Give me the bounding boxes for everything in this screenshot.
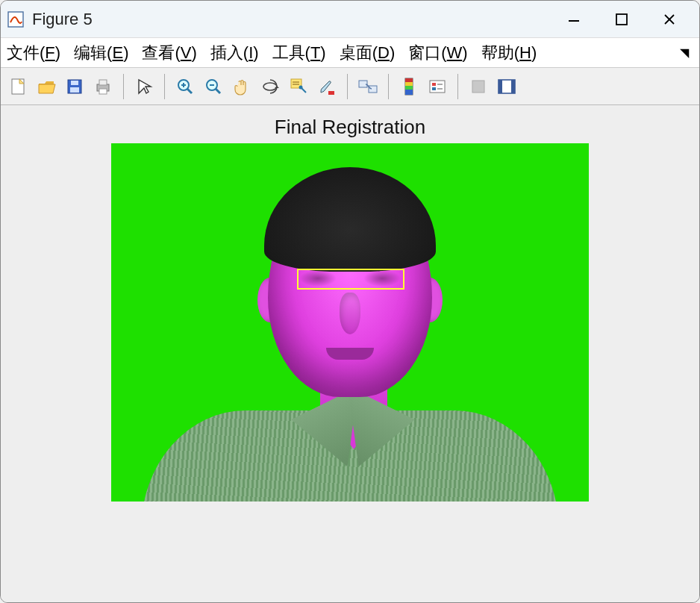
insert-colorbar-button[interactable] xyxy=(396,74,422,99)
figure-window: Figure 5 文件(F) 编辑(E) 查看(V) 插入(I) 工具(T) 桌… xyxy=(0,0,700,603)
roi-rectangle[interactable] xyxy=(297,269,404,290)
svg-rect-29 xyxy=(369,86,377,93)
insert-legend-button[interactable] xyxy=(425,74,450,99)
svg-marker-21 xyxy=(275,86,279,88)
svg-point-26 xyxy=(299,85,303,89)
menu-view[interactable]: 查看(V) xyxy=(142,42,196,64)
dock-arrow-icon[interactable]: ◥ xyxy=(680,46,693,60)
svg-point-20 xyxy=(263,83,277,90)
menu-window[interactable]: 窗口(W) xyxy=(408,42,467,64)
figure-canvas-area: Final Registration xyxy=(1,105,699,602)
svg-rect-2 xyxy=(616,14,627,25)
maximize-button[interactable] xyxy=(598,3,646,36)
menu-help[interactable]: 帮助(H) xyxy=(481,42,537,64)
registered-image-overlay xyxy=(111,143,589,502)
svg-line-18 xyxy=(216,89,220,93)
axes-image[interactable] xyxy=(111,143,589,502)
toolbar xyxy=(1,68,699,105)
edit-plot-button[interactable] xyxy=(131,74,157,99)
svg-rect-38 xyxy=(432,87,436,90)
close-button[interactable] xyxy=(646,3,693,36)
link-plots-button[interactable] xyxy=(355,74,381,99)
svg-rect-43 xyxy=(511,80,515,93)
svg-rect-0 xyxy=(8,12,23,27)
titlebar: Figure 5 xyxy=(1,1,699,38)
menubar: 文件(F) 编辑(E) 查看(V) 插入(I) 工具(T) 桌面(D) 窗口(W… xyxy=(1,38,699,68)
matlab-figure-icon xyxy=(7,10,25,28)
menu-edit[interactable]: 编辑(E) xyxy=(74,42,128,64)
svg-rect-27 xyxy=(328,91,334,95)
menu-desktop[interactable]: 桌面(D) xyxy=(340,42,396,64)
zoom-in-button[interactable] xyxy=(172,74,198,99)
svg-rect-12 xyxy=(99,89,107,94)
open-button[interactable] xyxy=(34,74,59,99)
window-title: Figure 5 xyxy=(32,10,93,29)
svg-rect-32 xyxy=(405,82,413,86)
hide-plot-tools-button[interactable] xyxy=(466,74,491,99)
pan-button[interactable] xyxy=(229,74,254,99)
svg-rect-40 xyxy=(472,81,484,93)
svg-rect-11 xyxy=(99,80,107,85)
axes-title: Final Registration xyxy=(275,116,425,139)
svg-rect-34 xyxy=(405,90,413,95)
svg-rect-8 xyxy=(71,81,78,85)
new-figure-button[interactable] xyxy=(5,74,31,99)
svg-line-14 xyxy=(187,89,192,93)
menu-file[interactable]: 文件(F) xyxy=(7,42,60,64)
zoom-out-button[interactable] xyxy=(201,74,226,99)
svg-rect-36 xyxy=(432,83,436,86)
svg-rect-33 xyxy=(405,86,413,90)
brush-button[interactable] xyxy=(314,74,340,99)
data-cursor-button[interactable] xyxy=(286,74,311,99)
rotate3d-button[interactable] xyxy=(257,74,283,99)
svg-rect-35 xyxy=(430,81,445,93)
menu-tools[interactable]: 工具(T) xyxy=(272,42,326,64)
svg-rect-9 xyxy=(70,87,79,93)
minimize-button[interactable] xyxy=(550,3,598,36)
print-button[interactable] xyxy=(90,74,116,99)
show-plot-tools-button[interactable] xyxy=(494,74,519,99)
save-button[interactable] xyxy=(62,74,87,99)
svg-rect-31 xyxy=(405,78,413,82)
svg-rect-42 xyxy=(499,80,502,93)
menu-insert[interactable]: 插入(I) xyxy=(210,42,259,64)
